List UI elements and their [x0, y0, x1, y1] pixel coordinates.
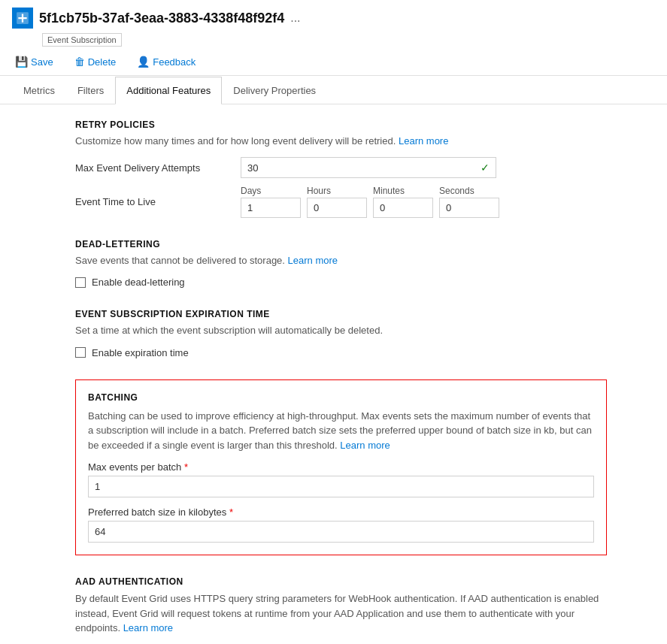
minutes-input[interactable]	[373, 198, 433, 218]
delete-button[interactable]: 🗑 Delete	[71, 54, 120, 69]
retry-policies-title: RETRY POLICIES	[75, 119, 607, 130]
minutes-col: Minutes	[373, 186, 433, 218]
expiration-section: EVENT SUBSCRIPTION EXPIRATION TIME Set a…	[75, 309, 607, 358]
batching-section: BATCHING Batching can be used to improve…	[75, 379, 607, 556]
retry-policies-section: RETRY POLICIES Customize how many times …	[75, 119, 607, 218]
days-col: Days	[241, 186, 301, 218]
event-time-label: Event Time to Live	[75, 196, 241, 207]
max-delivery-select[interactable]: 30 ✓	[241, 157, 496, 178]
event-time-row: Event Time to Live Days Hours Minutes Se…	[75, 186, 607, 218]
retry-policies-desc: Customize how many times and for how lon…	[75, 135, 607, 148]
days-input[interactable]	[241, 198, 301, 218]
save-button[interactable]: 💾 Save	[12, 54, 56, 69]
feedback-icon: 👤	[137, 56, 150, 68]
tab-bar: Metrics Filters Additional Features Deli…	[0, 76, 667, 104]
resource-subtitle: Event Subscription	[42, 33, 122, 47]
hours-input[interactable]	[307, 198, 367, 218]
resource-icon	[12, 8, 33, 29]
tab-metrics[interactable]: Metrics	[12, 77, 66, 104]
tab-delivery-properties[interactable]: Delivery Properties	[222, 77, 327, 104]
seconds-label: Seconds	[439, 186, 499, 196]
dead-lettering-checkbox[interactable]	[75, 277, 86, 288]
required-star-2: *	[229, 506, 233, 518]
max-events-label: Max events per batch *	[88, 461, 594, 473]
expiration-checkbox-row: Enable expiration time	[75, 347, 607, 358]
required-star-1: *	[184, 461, 188, 473]
tab-additional-features[interactable]: Additional Features	[115, 77, 222, 104]
dead-lettering-title: DEAD-LETTERING	[75, 239, 607, 249]
batching-desc: Batching can be used to improve efficien…	[88, 409, 594, 453]
delete-icon: 🗑	[74, 56, 85, 68]
dead-lettering-checkbox-label: Enable dead-lettering	[92, 277, 185, 288]
max-events-input[interactable]	[88, 476, 594, 497]
seconds-input[interactable]	[439, 198, 499, 218]
max-delivery-label: Max Event Delivery Attempts	[75, 162, 241, 174]
aad-section: AAD AUTHENTICATION By default Event Grid…	[75, 576, 607, 636]
batching-title: BATCHING	[88, 392, 594, 403]
aad-desc: By default Event Grid uses HTTPS query s…	[75, 591, 607, 636]
hours-col: Hours	[307, 186, 367, 218]
save-icon: 💾	[15, 56, 28, 68]
days-label: Days	[241, 186, 301, 196]
tab-filters[interactable]: Filters	[66, 77, 115, 104]
expiration-checkbox-label: Enable expiration time	[92, 347, 189, 358]
expiration-checkbox[interactable]	[75, 347, 86, 358]
max-delivery-row: Max Event Delivery Attempts 30 ✓	[75, 157, 607, 178]
more-options[interactable]: ...	[290, 11, 300, 25]
dead-lettering-checkbox-row: Enable dead-lettering	[75, 277, 607, 288]
aad-learn-more-link[interactable]: Learn more	[123, 622, 173, 633]
retry-learn-more-link[interactable]: Learn more	[399, 135, 448, 147]
dead-lettering-desc: Save events that cannot be delivered to …	[75, 254, 607, 268]
aad-title: AAD AUTHENTICATION	[75, 576, 607, 587]
hours-label: Hours	[307, 186, 367, 196]
minutes-label: Minutes	[373, 186, 433, 196]
checkmark-icon: ✓	[481, 162, 490, 174]
expiration-title: EVENT SUBSCRIPTION EXPIRATION TIME	[75, 309, 607, 319]
preferred-batch-input[interactable]	[88, 521, 594, 543]
time-inputs: Days Hours Minutes Seconds	[241, 186, 607, 218]
seconds-col: Seconds	[439, 186, 499, 218]
preferred-batch-label: Preferred batch size in kilobytes *	[88, 506, 594, 518]
batching-learn-more-link[interactable]: Learn more	[340, 440, 390, 451]
dead-lettering-section: DEAD-LETTERING Save events that cannot b…	[75, 239, 607, 288]
expiration-desc: Set a time at which the event subscripti…	[75, 324, 607, 337]
dead-lettering-learn-more-link[interactable]: Learn more	[288, 255, 338, 266]
resource-name: 5f1cb75b-37af-3eaa-3883-4338f48f92f4	[39, 11, 284, 26]
feedback-button[interactable]: 👤 Feedback	[134, 54, 199, 69]
